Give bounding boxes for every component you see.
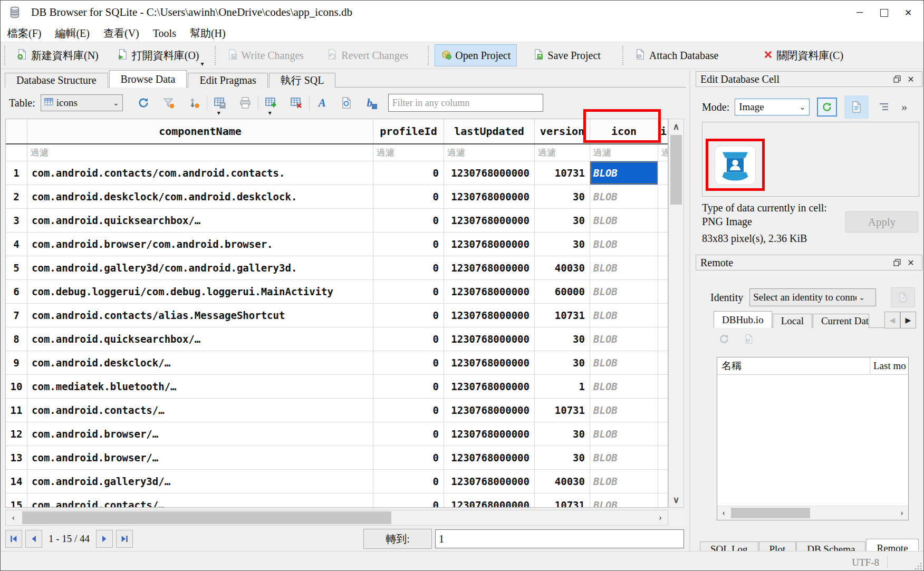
encoding-status[interactable]: UTF-8: [852, 557, 879, 568]
import-data-button[interactable]: [817, 98, 837, 117]
float-dock-icon[interactable]: [890, 259, 904, 266]
cell-version[interactable]: 30: [535, 185, 590, 208]
cell-icon-blob[interactable]: BLOB: [590, 375, 658, 398]
row-number[interactable]: 6: [6, 280, 27, 303]
filter-profileId[interactable]: 過濾: [373, 144, 444, 161]
cell-profileId[interactable]: 0: [373, 256, 444, 279]
cell-lastUpdated[interactable]: 1230768000000: [444, 446, 535, 469]
cell-componentName[interactable]: com.debug.loggerui/com.debug.loggerui.Ma…: [27, 280, 373, 303]
cell-lastUpdated[interactable]: 1230768000000: [444, 256, 535, 279]
cell-version[interactable]: 1: [535, 375, 590, 398]
cell-version[interactable]: 60000: [535, 280, 590, 303]
filter-componentName[interactable]: 過濾: [27, 144, 373, 161]
tab-scroll-right-button[interactable]: ▶: [900, 312, 916, 328]
cell-overflow[interactable]: [658, 233, 668, 256]
cell-overflow[interactable]: [658, 399, 668, 422]
filter-version[interactable]: 過濾: [535, 144, 590, 161]
row-number[interactable]: 5: [6, 256, 27, 279]
tab-edit-pragmas[interactable]: Edit Pragmas: [188, 73, 267, 88]
remote-list-hscrollbar[interactable]: ‹ ›: [717, 506, 908, 520]
row-number[interactable]: 2: [6, 185, 27, 208]
filter-overflow[interactable]: 過濾: [658, 144, 668, 161]
next-record-button[interactable]: [96, 530, 113, 548]
column-header-lastUpdated[interactable]: lastUpdated: [444, 119, 535, 143]
row-number[interactable]: 3: [6, 209, 27, 232]
cell-profileId[interactable]: 0: [373, 493, 444, 508]
cell-icon-blob[interactable]: BLOB: [590, 256, 658, 279]
cell-lastUpdated[interactable]: 1230768000000: [444, 327, 535, 351]
cell-profileId[interactable]: 0: [373, 446, 444, 469]
format-binary-button[interactable]: b: [362, 95, 378, 111]
attach-database-button[interactable]: Attach Database: [629, 45, 725, 66]
identity-settings-button[interactable]: [891, 287, 915, 307]
cell-profileId[interactable]: 0: [373, 161, 444, 185]
cell-lastUpdated[interactable]: 1230768000000: [444, 209, 535, 232]
cell-icon-blob[interactable]: BLOB: [590, 185, 658, 208]
row-number[interactable]: 12: [6, 422, 27, 446]
cell-version[interactable]: 30: [535, 327, 590, 351]
cell-profileId[interactable]: 0: [373, 304, 444, 327]
resize-grip-icon[interactable]: [915, 562, 922, 570]
cell-lastUpdated[interactable]: 1230768000000: [444, 399, 535, 422]
scroll-left-button[interactable]: ‹: [6, 510, 21, 525]
row-number[interactable]: 15: [6, 493, 27, 508]
cell-profileId[interactable]: 0: [373, 351, 444, 374]
dock-splitter[interactable]: [689, 70, 690, 551]
cell-componentName[interactable]: com.android.deskclock/…: [27, 351, 373, 374]
row-number[interactable]: 11: [6, 399, 27, 422]
cell-componentName[interactable]: com.android.deskclock/com.android.deskcl…: [27, 185, 373, 208]
open-project-button[interactable]: Open Project: [435, 44, 517, 66]
cell-icon-blob[interactable]: BLOB: [590, 470, 658, 493]
table-selector[interactable]: icons ⌄: [41, 94, 123, 111]
row-number[interactable]: 7: [6, 304, 27, 327]
menu-edit[interactable]: 編輯(E): [48, 25, 97, 42]
scroll-left-button[interactable]: ‹: [717, 507, 730, 519]
delete-record-button[interactable]: [288, 95, 304, 111]
cell-overflow[interactable]: [658, 375, 668, 398]
filter-any-column-input[interactable]: [388, 94, 543, 112]
cell-componentName[interactable]: com.android.gallery3d/…: [27, 470, 373, 493]
cell-icon-blob[interactable]: BLOB: [590, 280, 658, 303]
cell-overflow[interactable]: [658, 209, 668, 232]
text-view-button[interactable]: [844, 95, 869, 119]
cell-lastUpdated[interactable]: 1230768000000: [444, 470, 535, 493]
cell-icon-blob[interactable]: BLOB: [590, 233, 658, 256]
save-table-dropdown-icon[interactable]: ▾: [217, 110, 220, 115]
refresh-button[interactable]: [136, 95, 151, 111]
write-changes-button[interactable]: Write Changes: [222, 45, 310, 66]
tab-current-database[interactable]: Current Dat: [813, 314, 869, 328]
cell-version[interactable]: 30: [535, 233, 590, 256]
row-number[interactable]: 14: [6, 470, 27, 493]
tab-execute-sql[interactable]: 執行 SQL: [269, 73, 336, 88]
cell-version[interactable]: 30: [535, 446, 590, 469]
cell-lastUpdated[interactable]: 1230768000000: [444, 375, 535, 398]
sort-button[interactable]: [186, 95, 202, 111]
cell-componentName[interactable]: com.android.contacts/…: [27, 399, 373, 422]
remote-clone-icon[interactable]: [744, 334, 754, 344]
cell-profileId[interactable]: 0: [373, 185, 444, 208]
row-number[interactable]: 8: [6, 327, 27, 351]
cell-componentName[interactable]: com.android.gallery3d/com.android.galler…: [27, 256, 373, 279]
remote-refresh-icon[interactable]: [719, 334, 729, 344]
remote-list-column-lastmodified[interactable]: Last mo: [870, 357, 908, 374]
cell-lastUpdated[interactable]: 1230768000000: [444, 351, 535, 374]
cell-profileId[interactable]: 0: [373, 280, 444, 303]
cell-icon-blob[interactable]: BLOB: [590, 209, 658, 232]
revert-changes-button[interactable]: Revert Changes: [321, 45, 414, 66]
cell-icon-blob[interactable]: BLOB: [590, 493, 658, 508]
cell-componentName[interactable]: com.android.contacts/…: [27, 493, 373, 508]
tab-dbhub[interactable]: DBHub.io: [714, 311, 772, 328]
scroll-up-button[interactable]: ∧: [669, 119, 684, 134]
cell-componentName[interactable]: com.android.contacts/com.android.contact…: [27, 161, 373, 185]
previous-record-button[interactable]: [25, 530, 42, 548]
cell-profileId[interactable]: 0: [373, 422, 444, 446]
menu-tools[interactable]: Tools: [146, 25, 183, 42]
cell-profileId[interactable]: 0: [373, 327, 444, 351]
mode-selector[interactable]: Image ⌄: [735, 99, 810, 115]
cell-componentName[interactable]: com.android.contacts/alias.MessageShortc…: [27, 304, 373, 327]
cell-version[interactable]: 40030: [535, 256, 590, 279]
tab-scroll-left-button[interactable]: ◀: [884, 312, 900, 328]
clear-filters-button[interactable]: [161, 95, 177, 111]
cell-profileId[interactable]: 0: [373, 399, 444, 422]
vertical-scroll-thumb[interactable]: [670, 135, 682, 205]
